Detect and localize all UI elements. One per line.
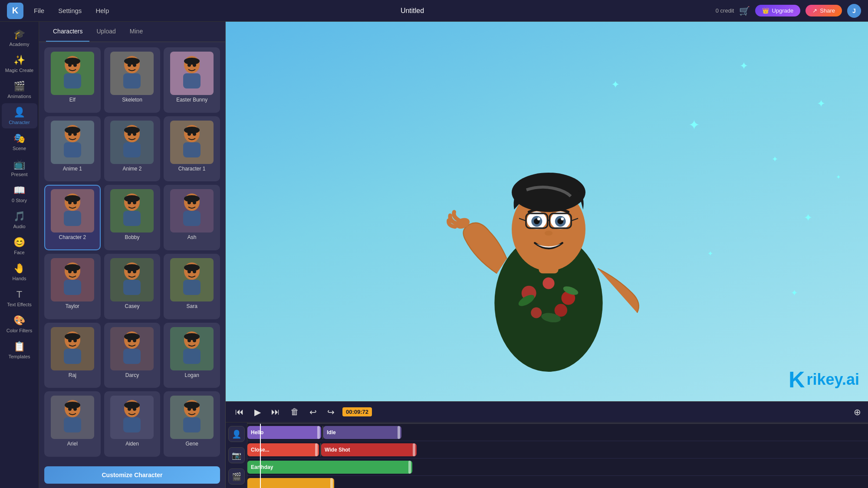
svg-point-2 <box>65 58 80 65</box>
char-card-ariel[interactable]: Ariel <box>44 391 101 457</box>
hands-icon: 🤚 <box>13 263 25 274</box>
sidebar-item-face[interactable]: 😊 Face <box>2 233 37 259</box>
upgrade-button[interactable]: 👑 Upgrade <box>755 5 800 16</box>
char-name-bobby: Bobby <box>125 234 139 240</box>
char-card-easter-bunny[interactable]: Easter Bunny <box>164 47 220 113</box>
clip-hello[interactable]: Hello <box>247 426 321 439</box>
camera-track-icon[interactable]: 📷 <box>228 447 245 463</box>
char-card-ash[interactable]: Ash <box>164 185 220 250</box>
characters-panel: CharactersUploadMine Elf <box>39 22 226 488</box>
sidebar-item-audio[interactable]: 🎵 Audio <box>2 207 37 233</box>
char-card-anime2[interactable]: Anime 2 <box>104 116 161 182</box>
nav-file[interactable]: File <box>34 5 44 16</box>
sparkle-6: ✦ <box>707 249 713 258</box>
skip-back-button[interactable]: ⏮ <box>233 405 247 419</box>
char-card-casey[interactable]: Casey <box>104 254 161 319</box>
sidebar-item-academy[interactable]: 🎓 Academy <box>2 25 37 50</box>
scene-icon: 🎭 <box>13 133 25 144</box>
clip-closeup[interactable]: Close... <box>247 443 319 456</box>
top-nav: K File Settings Help Untitled 0 credit 🛒… <box>0 0 868 22</box>
char-card-skeleton[interactable]: Skeleton <box>104 47 161 113</box>
panel-tab-characters[interactable]: Characters <box>46 22 89 42</box>
sparkle-4: ✦ <box>772 154 778 164</box>
nav-links: File Settings Help <box>34 5 109 16</box>
redo-button[interactable]: ↪ <box>325 405 337 419</box>
clip-extra-handle[interactable] <box>330 478 333 488</box>
clip-closeup-handle[interactable] <box>315 443 318 456</box>
sidebar-item-color-filters[interactable]: 🎨 Color Filters <box>2 311 37 337</box>
char-card-raj[interactable]: Raj <box>44 323 101 388</box>
clip-idle-handle[interactable] <box>398 426 400 439</box>
user-avatar[interactable]: J <box>847 4 861 18</box>
char-card-character1[interactable]: Character 1 <box>164 116 220 182</box>
timeline-toolbar: ⏮ ▶ ⏭ 🗑 ↩ ↪ 00:09:72 ⊕ <box>226 402 868 422</box>
clip-idle[interactable]: Idle <box>323 426 401 439</box>
main-layout: 🎓 Academy ✨ Magic Create 🎬 Animations 👤 … <box>0 22 868 488</box>
panel-tab-upload[interactable]: Upload <box>89 22 122 42</box>
sidebar-item-animations[interactable]: 🎬 Animations <box>2 77 37 102</box>
clip-earthday[interactable]: Earthday <box>247 461 412 474</box>
char-name-ash: Ash <box>187 234 197 240</box>
customize-character-button[interactable]: Customize Character <box>44 466 220 484</box>
character-track-icon[interactable]: 👤 <box>228 426 245 442</box>
svg-point-73 <box>187 339 191 342</box>
char-name-character2: Character 2 <box>59 234 86 240</box>
clip-wideshot[interactable]: Wide Shot <box>321 443 417 456</box>
char-img-anime1 <box>51 121 94 164</box>
char-card-bobby[interactable]: Bobby <box>104 185 161 250</box>
nav-settings[interactable]: Settings <box>58 5 82 16</box>
char-card-taylor[interactable]: Taylor <box>44 254 101 319</box>
svg-point-115 <box>545 231 552 236</box>
svg-point-44 <box>193 201 196 204</box>
delete-button[interactable]: 🗑 <box>288 405 302 419</box>
svg-rect-61 <box>64 349 81 364</box>
share-icon: ↗ <box>812 7 817 14</box>
timeline-content: 👤 📷 🎬 00:00 00:05 00:10 00:15 00:20 00:2… <box>226 422 868 488</box>
sidebar-item-hands[interactable]: 🤚 Hands <box>2 259 37 285</box>
char-img-easter-bunny <box>170 52 214 95</box>
sidebar-item-text-effects[interactable]: T Text Effects <box>2 285 37 311</box>
char-card-sara[interactable]: Sara <box>164 254 220 319</box>
clip-extra[interactable] <box>247 478 334 488</box>
clip-wideshot-handle[interactable] <box>413 443 415 456</box>
skip-forward-button[interactable]: ⏭ <box>269 405 283 419</box>
sidebar-item-templates[interactable]: 📋 Templates <box>2 337 37 363</box>
panel-tab-mine[interactable]: Mine <box>123 22 150 42</box>
scene-track-icon[interactable]: 🎬 <box>228 468 245 485</box>
svg-point-48 <box>68 270 72 273</box>
zoom-in-button[interactable]: ⊕ <box>854 407 861 417</box>
undo-button[interactable]: ↩ <box>307 405 319 419</box>
sidebar-item-present[interactable]: 📺 Present <box>2 155 37 180</box>
char-card-aiden[interactable]: Aiden <box>104 391 161 457</box>
svg-rect-86 <box>183 417 201 432</box>
sidebar-item-magic-create[interactable]: ✨ Magic Create <box>2 51 37 76</box>
char-card-elf[interactable]: Elf <box>44 47 101 113</box>
svg-rect-1 <box>64 73 81 88</box>
clip-earthday-handle[interactable] <box>408 461 411 474</box>
project-title[interactable]: Untitled <box>119 7 705 15</box>
cart-icon[interactable]: 🛒 <box>739 6 750 16</box>
play-button[interactable]: ▶ <box>252 405 263 419</box>
color-filters-icon: 🎨 <box>13 315 25 326</box>
svg-point-22 <box>124 127 140 134</box>
share-button[interactable]: ↗ Share <box>806 5 842 16</box>
svg-point-52 <box>124 264 140 271</box>
char-card-logan[interactable]: Logan <box>164 323 220 388</box>
char-card-character2[interactable]: Character 2 <box>44 185 101 250</box>
char-card-anime1[interactable]: Anime 1 <box>44 116 101 182</box>
char-img-logan <box>170 327 214 370</box>
extra-track-row <box>247 476 868 488</box>
svg-point-38 <box>128 201 131 204</box>
char-card-darcy[interactable]: Darcy <box>104 323 161 388</box>
sidebar-item-story[interactable]: 📖 0 Story <box>2 181 37 206</box>
svg-rect-41 <box>183 211 201 226</box>
nav-help[interactable]: Help <box>95 5 109 16</box>
char-card-gene[interactable]: Gene <box>164 391 220 457</box>
clip-hello-handle[interactable] <box>317 426 320 439</box>
sidebar-label-face: Face <box>14 250 24 255</box>
sidebar-item-scene[interactable]: 🎭 Scene <box>2 129 37 154</box>
svg-point-33 <box>68 201 72 204</box>
sidebar-item-character[interactable]: 👤 Character <box>2 103 37 128</box>
svg-point-74 <box>193 339 196 342</box>
app-logo[interactable]: K <box>7 3 23 19</box>
